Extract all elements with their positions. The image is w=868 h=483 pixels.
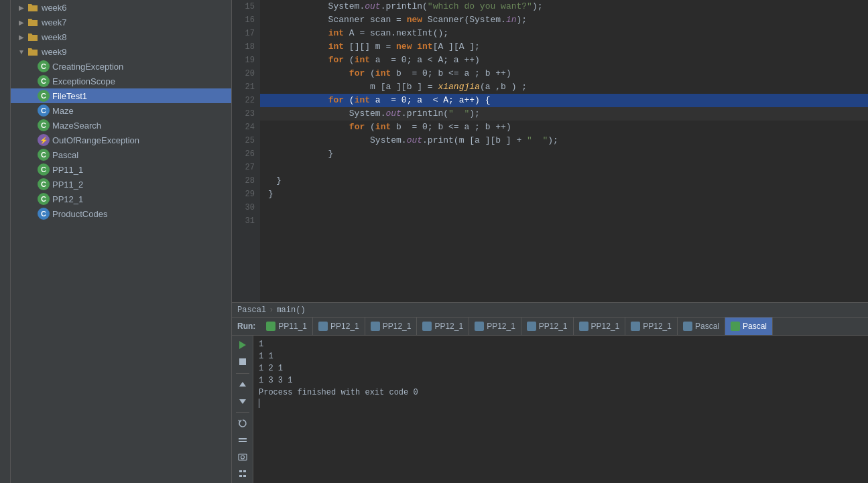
tab-run-icon xyxy=(475,322,484,331)
console-input-line xyxy=(259,399,863,408)
camera-button[interactable] xyxy=(235,450,250,464)
tab-run-icon xyxy=(371,322,380,331)
code-content: System.out.println("which do you want?")… xyxy=(260,0,868,302)
settings-button[interactable] xyxy=(235,433,250,447)
code-line xyxy=(260,214,868,228)
run-tab-pp12-1-5[interactable]: PP12_1 xyxy=(521,317,574,336)
run-tab-label: PP12_1 xyxy=(591,322,620,331)
arrow-icon: ▶ xyxy=(16,19,27,26)
code-line: } xyxy=(260,188,868,201)
class-icon: C xyxy=(38,208,50,220)
svg-rect-11 xyxy=(243,475,246,477)
code-line: } xyxy=(260,147,868,161)
sidebar-item-label: MazeSearch xyxy=(52,121,226,131)
tab-run-icon xyxy=(422,322,432,331)
run-tab-label: PP12_1 xyxy=(643,322,672,331)
toolbar-separator xyxy=(236,373,249,374)
sidebar-item-label: week9 xyxy=(42,47,226,57)
breadcrumb-part1[interactable]: Pascal xyxy=(237,305,266,315)
rerun-button[interactable] xyxy=(235,417,250,431)
arrow-icon: ▶ xyxy=(16,33,27,41)
console-exit-message: Process finished with exit code 0 xyxy=(259,387,863,399)
run-tab-pp11-1[interactable]: PP11_1 xyxy=(261,317,313,336)
folder-icon xyxy=(27,1,39,13)
sidebar-item-productcodes[interactable]: C ProductCodes xyxy=(11,206,231,221)
sidebar-item-label: PP11_2 xyxy=(52,180,226,190)
run-tab-label: Pascal xyxy=(695,322,719,331)
svg-rect-6 xyxy=(239,454,247,460)
class-icon: C xyxy=(38,60,50,72)
run-tab-pp12-1-7[interactable]: PP12_1 xyxy=(625,317,678,336)
sidebar-item-label: FileTest1 xyxy=(52,91,226,101)
sidebar-item-outofrangeexception[interactable]: ⚡ OutOfRangeException xyxy=(11,133,231,147)
run-tab-label: Pascal xyxy=(743,322,767,331)
line-numbers: 1516171819 2021222324 2526272829 3031 xyxy=(232,0,260,302)
svg-rect-1 xyxy=(239,358,246,365)
scroll-down-button[interactable] xyxy=(235,394,250,408)
svg-rect-5 xyxy=(239,441,247,442)
console-toolbar xyxy=(232,336,253,483)
class-icon: C xyxy=(38,178,50,190)
toolbar-separator2 xyxy=(236,412,249,413)
run-tab-label: PP11_1 xyxy=(278,322,307,331)
sidebar-item-maze[interactable]: C Maze xyxy=(11,103,231,118)
sidebar-item-pp11-2[interactable]: C PP11_2 xyxy=(11,177,231,192)
run-tab-label: PP12_1 xyxy=(487,322,515,331)
arrow-icon: ▶ xyxy=(16,4,27,11)
left-sidebar xyxy=(0,0,11,483)
run-tab-pp12-1-6[interactable]: PP12_1 xyxy=(574,317,626,336)
code-line: System.out.println("which do you want?")… xyxy=(260,0,868,13)
sidebar-item-creatingexception[interactable]: C CreatingException xyxy=(11,59,231,74)
console-line: 1 3 3 1 xyxy=(259,374,863,387)
run-tab-pp12-1-3[interactable]: PP12_1 xyxy=(417,317,469,336)
code-line: System.out.print(m [a ][b ] + " "); xyxy=(260,134,868,147)
sidebar-item-mazesearch[interactable]: C MazeSearch xyxy=(11,118,231,133)
sidebar-item-week8[interactable]: ▶ week8 xyxy=(11,29,231,44)
sidebar-item-pp12-1[interactable]: C PP12_1 xyxy=(11,192,231,206)
class-icon: C xyxy=(38,193,50,205)
stop-button[interactable] xyxy=(235,355,250,369)
sidebar-item-label: OutOfRangeException xyxy=(52,135,226,145)
run-tab-pp12-1-2[interactable]: PP12_1 xyxy=(365,317,418,336)
sidebar-item-label: ProductCodes xyxy=(52,209,226,219)
sidebar-item-week9[interactable]: ▼ week9 xyxy=(11,44,231,59)
sidebar-item-pp11-1[interactable]: C PP11_1 xyxy=(11,162,231,177)
svg-marker-0 xyxy=(239,341,246,349)
folder-icon xyxy=(27,46,39,58)
console-line: 1 2 1 xyxy=(259,362,863,374)
sidebar-item-label: week6 xyxy=(42,3,226,13)
breadcrumb-part2[interactable]: main() xyxy=(276,305,305,315)
svg-rect-9 xyxy=(243,470,246,472)
class-icon: C xyxy=(38,105,50,117)
console-line: 1 xyxy=(259,338,863,350)
cursor xyxy=(259,399,259,408)
svg-marker-2 xyxy=(239,382,246,387)
code-line: int A = scan.nextInt(); xyxy=(260,27,868,40)
sidebar-item-filetest1[interactable]: C FileTest1 xyxy=(11,88,231,103)
sidebar-item-pascal[interactable]: C Pascal xyxy=(11,147,231,162)
sidebar-item-week6[interactable]: ▶ week6 xyxy=(11,0,231,15)
code-line: for (int b = 0; b <= a ; b ++) xyxy=(260,67,868,80)
code-editor[interactable]: 1516171819 2021222324 2526272829 3031 Sy… xyxy=(232,0,868,302)
run-tab-pp12-1-4[interactable]: PP12_1 xyxy=(469,317,521,336)
sidebar-item-label: PP12_1 xyxy=(52,194,226,204)
folder-icon xyxy=(27,16,39,28)
sidebar-item-label: ExceptionScope xyxy=(52,76,226,86)
console-output[interactable]: 1 1 1 1 2 1 1 3 3 1 Process finished wit… xyxy=(253,336,868,483)
run-tab-pascal-1[interactable]: Pascal xyxy=(678,317,725,336)
sidebar-item-week7[interactable]: ▶ week7 xyxy=(11,15,231,29)
console-area: 1 1 1 1 2 1 1 3 3 1 Process finished wit… xyxy=(232,336,868,483)
run-tab-pp12-1-1[interactable]: PP12_1 xyxy=(313,317,365,336)
tab-run-icon xyxy=(683,322,692,331)
run-tab-pascal-2[interactable]: Pascal xyxy=(725,317,773,336)
scroll-up-button[interactable] xyxy=(235,377,250,391)
expand-button[interactable] xyxy=(235,466,250,480)
sidebar-item-exceptionscope[interactable]: C ExceptionScope xyxy=(11,74,231,88)
play-button[interactable] xyxy=(235,338,250,352)
class-icon: C xyxy=(38,163,50,176)
tab-run-icon xyxy=(579,322,588,331)
console-line: 1 1 xyxy=(259,350,863,362)
run-tab-label: PP12_1 xyxy=(434,322,463,331)
code-line: for (int a = 0; a < A; a ++) xyxy=(260,54,868,67)
class-icon: C xyxy=(38,75,50,87)
